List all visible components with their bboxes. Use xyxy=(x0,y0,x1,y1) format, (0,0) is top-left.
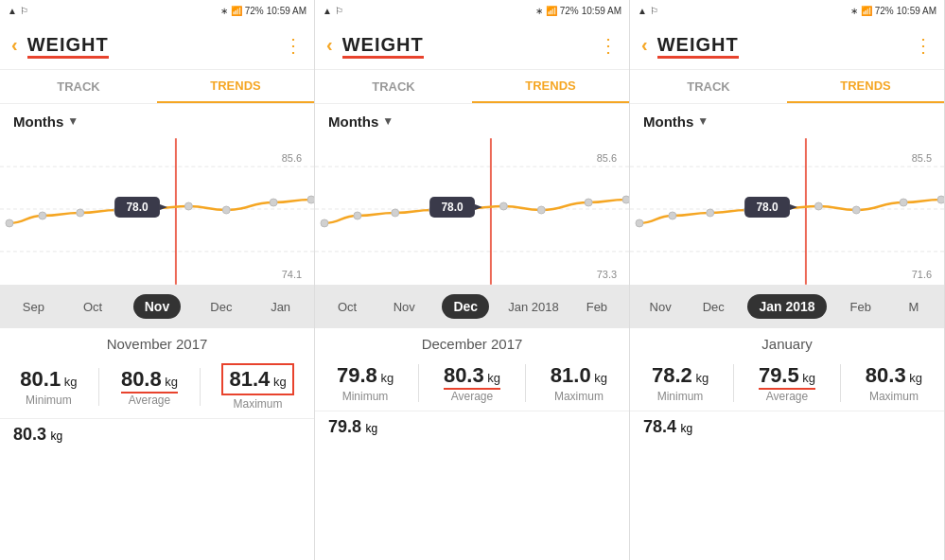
bottom-weight-unit: kg xyxy=(366,422,378,435)
svg-text:78.0: 78.0 xyxy=(441,201,464,214)
svg-point-50 xyxy=(900,199,907,206)
stats-period: November 2017 xyxy=(0,328,314,356)
more-menu-button[interactable]: ⋮ xyxy=(914,34,933,57)
back-button[interactable]: ‹ xyxy=(641,34,648,56)
signal-icon: 📶 xyxy=(861,6,872,16)
month-label-jan-2018[interactable]: Jan 2018 xyxy=(508,300,559,314)
avg-value: 80.3 kg xyxy=(444,363,500,388)
svg-point-48 xyxy=(814,202,822,210)
months-selector[interactable]: Months ▼ xyxy=(0,104,314,138)
svg-point-30 xyxy=(537,206,545,214)
status-right: ∗ 📶 72% 10:59 AM xyxy=(535,6,621,16)
month-label-jan[interactable]: Jan xyxy=(262,300,300,314)
avg-label: Average xyxy=(766,390,808,403)
avg-value: 79.5 kg xyxy=(759,363,815,388)
weight-chart: 85.673.378.0 xyxy=(315,138,629,285)
tab-track[interactable]: TRACK xyxy=(630,70,787,103)
month-label-dec[interactable]: Dec xyxy=(202,300,240,314)
svg-point-44 xyxy=(669,212,676,219)
bottom-value-row: 78.4 kg xyxy=(630,411,944,443)
svg-point-26 xyxy=(392,209,399,217)
back-button[interactable]: ‹ xyxy=(326,34,333,56)
title-wrapper: WEIGHT xyxy=(27,34,284,56)
bottom-value-row: 79.8 kg xyxy=(315,411,629,443)
bottom-weight-unit: kg xyxy=(681,422,693,435)
svg-point-5 xyxy=(6,219,13,227)
month-label-feb[interactable]: Feb xyxy=(578,300,616,314)
svg-point-45 xyxy=(707,209,714,217)
tab-track[interactable]: TRACK xyxy=(315,70,472,103)
back-button[interactable]: ‹ xyxy=(11,34,18,56)
svg-text:73.3: 73.3 xyxy=(597,269,617,280)
tab-trends[interactable]: TRENDS xyxy=(157,70,314,103)
chart-area: 85.674.178.0 xyxy=(0,138,314,285)
status-bar: ▲ ⚐ ∗ 📶 72% 10:59 AM xyxy=(630,0,944,21)
month-label-oct[interactable]: Oct xyxy=(328,300,366,314)
svg-text:85.6: 85.6 xyxy=(282,152,302,164)
phone-panel-2: ▲ ⚐ ∗ 📶 72% 10:59 AM ‹ WEIGHT ⋮ TRACKTRE… xyxy=(315,0,630,560)
stat-divider-1 xyxy=(733,364,734,402)
max-label: Maximum xyxy=(234,397,283,411)
timeline-bar[interactable]: SepOctNovDecJan xyxy=(0,285,314,328)
battery-icon: 72% xyxy=(875,6,894,16)
svg-point-43 xyxy=(636,219,643,227)
signal-icon: 📶 xyxy=(546,6,557,16)
notification-icons: ▲ ⚐ xyxy=(323,6,343,16)
tab-track[interactable]: TRACK xyxy=(0,70,157,103)
avg-value: 80.8 kg xyxy=(121,367,178,392)
max-unit: kg xyxy=(270,375,286,389)
month-label-jan-2018[interactable]: Jan 2018 xyxy=(747,294,826,319)
svg-point-51 xyxy=(937,196,944,203)
status-right: ∗ 📶 72% 10:59 AM xyxy=(220,6,306,16)
dropdown-arrow-icon: ▼ xyxy=(67,114,79,128)
chart-area: 85.571.678.0 xyxy=(630,138,944,285)
phone-panel-3: ▲ ⚐ ∗ 📶 72% 10:59 AM ‹ WEIGHT ⋮ TRACKTRE… xyxy=(630,0,945,560)
tab-trends[interactable]: TRENDS xyxy=(472,70,629,103)
svg-point-7 xyxy=(77,209,84,217)
min-unit: kg xyxy=(377,371,394,385)
svg-text:85.6: 85.6 xyxy=(597,152,617,164)
stats-row: 79.8 kg Minimum 80.3 kg Average 81.0 kg … xyxy=(315,356,629,411)
month-label-nov[interactable]: Nov xyxy=(133,294,181,319)
svg-text:71.6: 71.6 xyxy=(912,269,932,280)
months-label: Months xyxy=(328,114,378,130)
months-selector[interactable]: Months ▼ xyxy=(630,104,944,138)
svg-text:78.0: 78.0 xyxy=(756,201,779,214)
bottom-weight-value: 80.3 xyxy=(13,425,46,444)
bottom-value-row: 80.3 kg xyxy=(0,418,314,450)
app-title: WEIGHT xyxy=(342,34,424,56)
max-value: 80.3 kg xyxy=(866,363,922,388)
month-label-dec[interactable]: Dec xyxy=(694,300,732,314)
max-label: Maximum xyxy=(554,390,604,403)
app-title: WEIGHT xyxy=(27,34,109,56)
timeline-bar[interactable]: OctNovDecJan 2018Feb xyxy=(315,285,629,328)
month-label-nov[interactable]: Nov xyxy=(385,300,423,314)
tab-trends[interactable]: TRENDS xyxy=(787,70,944,103)
month-label-nov[interactable]: Nov xyxy=(641,300,679,314)
month-label-dec[interactable]: Dec xyxy=(442,294,489,319)
avg-unit: kg xyxy=(799,371,815,385)
title-wrapper: WEIGHT xyxy=(342,34,599,56)
svg-point-11 xyxy=(222,206,230,214)
timeline-bar[interactable]: NovDecJan 2018FebM xyxy=(630,285,944,328)
tabs-bar: TRACKTRENDS xyxy=(315,70,629,104)
battery-icon: 72% xyxy=(560,6,579,16)
month-label-oct[interactable]: Oct xyxy=(74,300,112,314)
stat-maximum: 81.0 kg Maximum xyxy=(551,363,607,403)
svg-point-13 xyxy=(307,196,314,203)
svg-point-31 xyxy=(585,199,592,206)
stats-period: December 2017 xyxy=(315,328,629,356)
stats-row: 78.2 kg Minimum 79.5 kg Average 80.3 kg … xyxy=(630,356,944,411)
more-menu-button[interactable]: ⋮ xyxy=(284,34,303,57)
month-label-feb[interactable]: Feb xyxy=(842,300,880,314)
status-bar: ▲ ⚐ ∗ 📶 72% 10:59 AM xyxy=(0,0,314,21)
chart-area: 85.673.378.0 xyxy=(315,138,629,285)
app-header: ‹ WEIGHT ⋮ xyxy=(630,21,944,70)
month-label-sep[interactable]: Sep xyxy=(14,300,52,314)
more-menu-button[interactable]: ⋮ xyxy=(599,34,618,57)
months-label: Months xyxy=(13,114,63,130)
avg-label: Average xyxy=(129,394,170,407)
app-title: WEIGHT xyxy=(657,34,739,56)
month-label-m[interactable]: M xyxy=(895,300,933,314)
months-selector[interactable]: Months ▼ xyxy=(315,104,629,138)
